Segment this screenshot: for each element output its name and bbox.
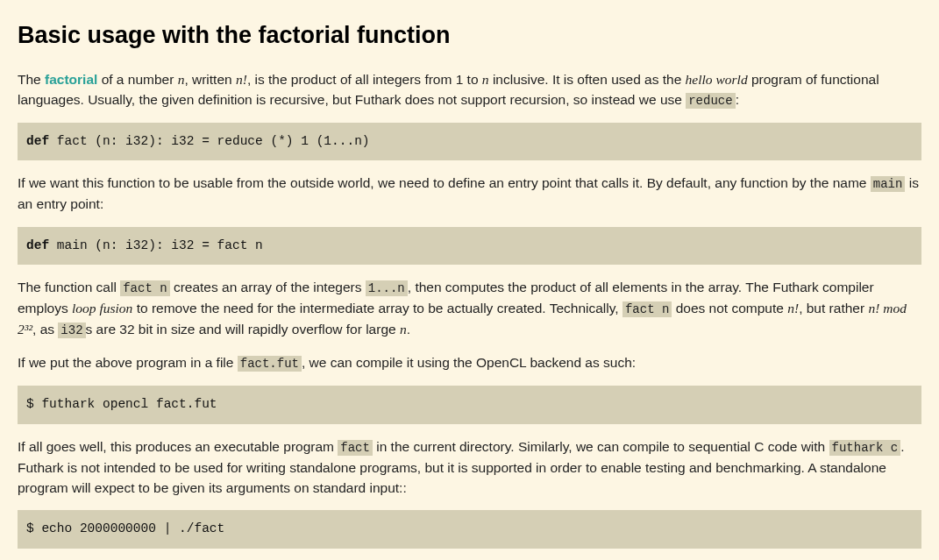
text: , as <box>32 322 58 337</box>
inline-code-main: main <box>871 176 906 192</box>
code-fact-def: def fact (n: i32): i32 = reduce (*) 1 (1… <box>18 123 921 161</box>
inline-code-range: 1...n <box>366 280 408 296</box>
code-compile-opencl: $ futhark opencl fact.fut <box>18 386 921 424</box>
text: of a number <box>97 72 177 87</box>
text: If we want this function to be usable fr… <box>18 175 871 190</box>
text: The function call <box>18 280 120 294</box>
loop-fusion: loop fusion <box>72 301 132 315</box>
math-nfact: n! <box>236 72 247 87</box>
text: If we put the above program in a file <box>18 355 238 370</box>
keyword-def: def <box>26 238 49 252</box>
text: , we can compile it using the OpenCL bac… <box>302 355 636 370</box>
text: in the current directory. Similarly, we … <box>373 439 829 454</box>
page-heading: Basic usage with the factorial function <box>18 18 921 53</box>
inline-code-fact: fact <box>338 440 373 456</box>
text: creates an array of the integers <box>170 280 366 294</box>
code-main-def: def main (n: i32): i32 = fact n <box>18 227 921 266</box>
math-n: n <box>482 72 489 87</box>
inline-code-futhark-c: futhark c <box>829 440 901 456</box>
text: , written <box>184 72 236 87</box>
text: : <box>736 92 739 107</box>
text: s are 32 bit in size and will rapidly ov… <box>86 322 400 337</box>
code-text: main (n: i32): i32 = fact n <box>49 238 263 252</box>
inline-code-reduce: reduce <box>686 93 735 109</box>
text: inclusive. It is often used as the <box>489 72 686 87</box>
text: , but rather <box>799 301 868 315</box>
code-run-fact: $ echo 2000000000 | ./fact <box>18 510 921 549</box>
inline-code-factn: fact n <box>120 280 169 296</box>
compile-paragraph: If we put the above program in a file fa… <box>18 352 921 373</box>
text: If all goes well, this produces an execu… <box>18 439 338 454</box>
inline-code-i32: i32 <box>58 323 85 338</box>
inline-code-factn: fact n <box>622 301 672 317</box>
text: to remove the need for the intermediate … <box>132 301 622 315</box>
factorial-link[interactable]: factorial <box>45 72 97 87</box>
math-n: n <box>400 322 407 337</box>
text: , is the product of all integers from 1 … <box>247 72 482 87</box>
intro-paragraph: The factorial of a number n, written n!,… <box>18 69 921 110</box>
text: The <box>18 72 45 87</box>
inline-code-factfut: fact.fut <box>238 356 302 372</box>
executable-paragraph: If all goes well, this produces an execu… <box>18 436 921 499</box>
entry-point-paragraph: If we want this function to be usable fr… <box>18 173 921 214</box>
loop-fusion-paragraph: The function call fact n creates an arra… <box>18 277 921 340</box>
code-text: fact (n: i32): i32 = reduce (*) 1 (1...n… <box>49 134 369 148</box>
hello-world: hello world <box>686 72 748 87</box>
text: does not compute <box>672 301 787 315</box>
math-nfact: n! <box>787 301 799 315</box>
text: . <box>407 322 410 337</box>
keyword-def: def <box>26 134 49 148</box>
